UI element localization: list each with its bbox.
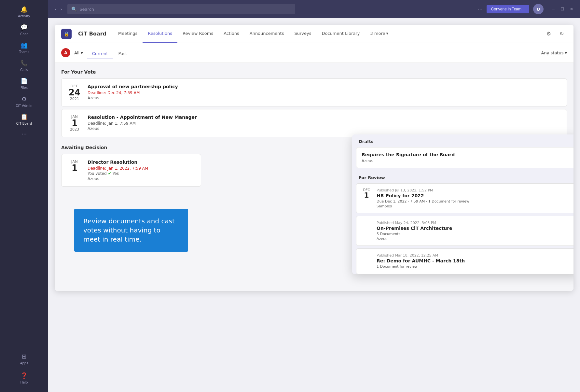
resolution-card-1[interactable]: DEC 24 2021 Approval of new partnership … — [61, 78, 567, 106]
nav-review-rooms[interactable]: Review Rooms — [177, 25, 218, 43]
awaiting-date-block: JAN 1 — [68, 160, 81, 172]
settings-icon: ⚙ — [546, 31, 551, 37]
filter-all-button[interactable]: All ▾ — [74, 50, 83, 55]
card-org-2: Azeus — [88, 126, 560, 131]
minimize-button[interactable]: ─ — [550, 6, 557, 12]
nav-actions[interactable]: Actions — [218, 25, 244, 43]
sidebar-label-chat: Chat — [20, 32, 28, 36]
nav-more[interactable]: 3 more ▾ — [365, 25, 394, 43]
files-icon: 📄 — [20, 77, 28, 85]
sidebar-label-files: Files — [21, 86, 28, 90]
nav-forward-button[interactable]: › — [59, 5, 64, 13]
sidebar-item-calls[interactable]: 📞 Calls — [0, 56, 48, 74]
sidebar-more-dots[interactable]: ··· — [21, 131, 27, 137]
activity-icon: 🔔 — [20, 5, 28, 13]
review-content-2: Published May 24, 2022, 3:03 PM On-Premi… — [377, 221, 571, 241]
sidebar-item-apps[interactable]: ⊞ Apps — [20, 350, 28, 368]
app-logo: 🔒 — [61, 29, 72, 39]
window-controls: ─ ☐ ✕ — [550, 6, 575, 12]
nav-meetings[interactable]: Meetings — [113, 25, 143, 43]
for-your-vote-title: For Your Vote — [61, 69, 567, 75]
sidebar-item-files[interactable]: 📄 Files — [0, 74, 48, 92]
status-filter-button[interactable]: Any status ▾ — [541, 50, 567, 55]
card-title-2: Resolution - Appointment of New Manager — [88, 115, 560, 120]
tab-current[interactable]: Current — [87, 49, 113, 59]
date-year-2: 2023 — [68, 127, 81, 132]
sidebar-label-help: Help — [21, 381, 28, 384]
review-title-1: HR Policy for 2022 — [377, 193, 571, 198]
review-org-1: Samples — [377, 204, 571, 208]
nav-back-button[interactable]: ‹ — [53, 5, 58, 13]
review-date-block-2 — [362, 221, 371, 241]
review-due-3: 1 Document for review — [377, 264, 571, 269]
app-container: 🔒 CiT Board Meetings Resolutions Review … — [55, 25, 573, 291]
header-refresh-button[interactable]: ↻ — [557, 29, 567, 39]
nav-surveys[interactable]: Surveys — [289, 25, 316, 43]
sidebar-label-teams: Teams — [19, 50, 29, 54]
app-nav: Meetings Resolutions Review Rooms Action… — [113, 25, 394, 43]
sidebar-label-cit-board: CiT Board — [16, 122, 32, 125]
filter-chevron-icon: ▾ — [81, 50, 83, 55]
resolution-card-2[interactable]: JAN 1 2023 Resolution - Appointment of N… — [61, 109, 567, 137]
card-deadline-1: Deadline: Dec 24, 7:59 AM — [88, 91, 560, 95]
promo-box: Review documents and cast votes without … — [74, 209, 188, 252]
sidebar-label-apps: Apps — [20, 361, 28, 365]
awaiting-deadline: Deadline: Jan 1, 2022, 7:59 AM — [88, 166, 194, 171]
status-chevron-icon: ▾ — [565, 50, 567, 55]
for-review-section-title: For Review — [352, 171, 573, 183]
draft-card-1[interactable]: Requires the Signature of the Board Azeu… — [356, 147, 573, 168]
calls-icon: 📞 — [20, 59, 28, 67]
more-options-button[interactable]: ··· — [478, 6, 483, 12]
review-card-1[interactable]: DEC 1 Published Jul 13, 2022, 1:52 PM HR… — [356, 183, 573, 213]
convene-button[interactable]: Convene in Team... — [487, 5, 529, 13]
nav-arrows: ‹ › — [53, 5, 63, 13]
sidebar-item-activity[interactable]: 🔔 Activity — [0, 3, 48, 21]
review-card-3[interactable]: Published Mar 18, 2022, 12:25 AM Re: Dem… — [356, 248, 573, 274]
sidebar-label-calls: Calls — [20, 68, 28, 72]
cit-admin-icon: ⚙ — [20, 95, 28, 103]
close-button[interactable]: ✕ — [568, 6, 575, 12]
sidebar-item-cit-admin[interactable]: ⚙ CiT Admin — [0, 92, 48, 110]
nav-announcements[interactable]: Announcements — [244, 25, 289, 43]
org-logo: A — [61, 48, 70, 57]
sidebar-item-help[interactable]: ❓ Help — [20, 369, 28, 387]
card-deadline-2: Deadline: Jan 1, 7:59 AM — [88, 121, 560, 126]
app-logo-text: 🔒 — [64, 31, 69, 36]
apps-icon: ⊞ — [20, 352, 28, 360]
awaiting-voted: You voted ✔ Yes — [88, 171, 194, 176]
draft-title-1: Requires the Signature of the Board — [362, 152, 571, 157]
awaiting-date-day: 1 — [68, 164, 81, 172]
card-org-1: Azeus — [88, 96, 560, 100]
card-content-1: Approval of new partnership policy Deadl… — [88, 84, 560, 100]
awaiting-card-1[interactable]: JAN 1 Director Resolution Deadline: Jan … — [61, 154, 201, 187]
review-due-2: 5 Documents — [377, 232, 571, 236]
title-bar-right: ··· Convene in Team... U ─ ☐ ✕ — [478, 4, 575, 14]
card-content-2: Resolution - Appointment of New Manager … — [88, 115, 560, 131]
tab-past[interactable]: Past — [113, 49, 132, 59]
sub-tabs: Current Past — [87, 46, 132, 59]
avatar-initials: U — [537, 7, 540, 12]
review-card-2[interactable]: Published May 24, 2022, 3:03 PM On-Premi… — [356, 216, 573, 246]
chevron-down-icon: ▾ — [386, 31, 389, 36]
review-title-3: Re: Demo for AUMHC - March 18th — [377, 258, 571, 263]
drafts-section-title: Drafts — [352, 134, 573, 147]
check-icon: ✔ — [108, 171, 111, 176]
header-settings-button[interactable]: ⚙ — [544, 29, 554, 39]
content-area: For Your Vote DEC 24 2021 Approval of ne… — [55, 63, 573, 291]
user-avatar[interactable]: U — [533, 4, 544, 14]
maximize-button[interactable]: ☐ — [559, 6, 566, 12]
search-bar[interactable]: 🔍 Search — [67, 4, 295, 14]
date-block-2: JAN 1 2023 — [68, 115, 81, 132]
sidebar-item-cit-board[interactable]: 📋 CiT Board — [0, 110, 48, 128]
nav-document-library[interactable]: Document Library — [316, 25, 365, 43]
date-day-2: 1 — [68, 119, 81, 127]
nav-resolutions[interactable]: Resolutions — [143, 25, 177, 43]
sidebar-item-chat[interactable]: 💬 Chat — [0, 21, 48, 38]
review-published-1: Published Jul 13, 2022, 1:52 PM — [377, 188, 571, 192]
review-content-1: Published Jul 13, 2022, 1:52 PM HR Polic… — [377, 188, 571, 208]
teams-sidebar: 🔔 Activity 💬 Chat 👥 Teams 📞 Calls 📄 File… — [0, 0, 48, 392]
date-day-1: 24 — [68, 88, 81, 97]
sidebar-item-teams[interactable]: 👥 Teams — [0, 38, 48, 56]
help-icon: ❓ — [20, 371, 28, 379]
review-date-block-3 — [362, 253, 371, 269]
